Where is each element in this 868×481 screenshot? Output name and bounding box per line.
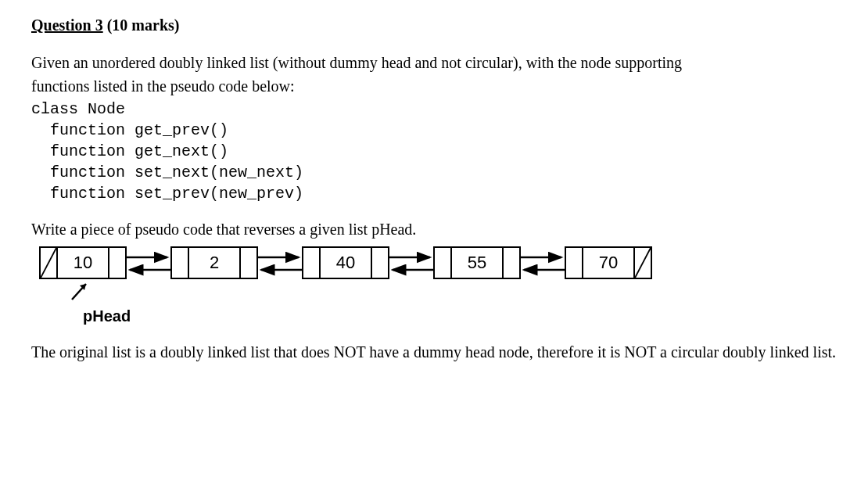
linked-list-diagram: 10 2: [39, 246, 837, 327]
node-4-next-slot: [502, 248, 519, 278]
node-2-value: 2: [189, 248, 239, 278]
node-2-next-slot: [239, 248, 256, 278]
node-1-prev-null: [41, 248, 58, 278]
intro-line-2: functions listed in the pseudo code belo…: [31, 75, 837, 97]
pointer-row: pHead: [69, 281, 837, 327]
svg-line-9: [635, 248, 651, 278]
link-4-5: [521, 246, 565, 279]
intro-line-1: Given an unordered doubly linked list (w…: [31, 52, 837, 74]
node-3-next-slot: [371, 248, 388, 278]
node-3: 40: [302, 246, 389, 279]
phead-label: pHead: [83, 305, 837, 327]
question-marks: (10 marks): [107, 16, 180, 34]
footer-note: The original list is a doubly linked lis…: [31, 341, 837, 363]
node-3-prev-slot: [303, 248, 321, 278]
node-5-prev-slot: [566, 248, 583, 278]
pseudo-code-block: class Node function get_prev() function …: [31, 99, 837, 204]
node-2-prev-slot: [172, 248, 189, 278]
link-2-3: [258, 246, 302, 279]
link-3-4: [389, 246, 433, 279]
node-2: 2: [170, 246, 258, 279]
linked-list-row: 10 2: [39, 246, 837, 279]
node-3-value: 40: [321, 248, 371, 278]
svg-line-0: [41, 248, 56, 278]
node-1-value: 10: [58, 248, 108, 278]
node-4: 55: [433, 246, 521, 279]
node-4-prev-slot: [435, 248, 452, 278]
link-1-2: [127, 246, 170, 279]
task-statement: Write a piece of pseudo code that revers…: [31, 218, 837, 240]
node-5-next-null: [633, 248, 651, 278]
question-title: Question 3: [31, 16, 103, 34]
question-heading: Question 3 (10 marks): [31, 14, 837, 36]
node-1: 10: [39, 246, 127, 279]
node-5-value: 70: [583, 248, 633, 278]
node-5: 70: [565, 246, 652, 279]
node-4-value: 55: [452, 248, 502, 278]
phead-arrow-icon: [69, 281, 92, 301]
node-1-next-slot: [108, 248, 125, 278]
